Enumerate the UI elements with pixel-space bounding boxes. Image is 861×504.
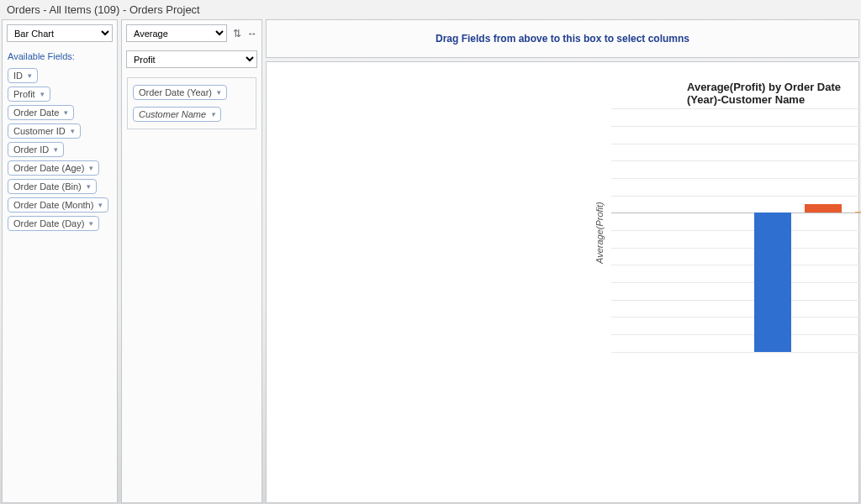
field-pill[interactable]: Order ID▾ [8, 142, 64, 157]
chevron-down-icon: ▾ [40, 90, 45, 98]
chart-plot [611, 104, 861, 356]
chevron-down-icon: ▾ [98, 201, 103, 209]
chevron-down-icon: ▾ [217, 88, 221, 97]
main-area: Drag Fields from above to this box to se… [266, 19, 859, 503]
available-fields-list: ID▾Profit▾Order Date▾Customer ID▾Order I… [3, 63, 117, 236]
expand-icon[interactable]: ↔ [246, 28, 258, 39]
window-title: Orders - All Items (109) - Orders Projec… [0, 0, 861, 19]
chevron-down-icon: ▾ [87, 182, 91, 191]
field-pill[interactable]: Order Date (Bin)▾ [8, 179, 97, 194]
swap-axes-icon[interactable]: ⇅ [231, 28, 243, 39]
chart-bar [805, 204, 842, 213]
chevron-down-icon: ▾ [28, 71, 32, 80]
chart-bar [855, 212, 861, 213]
left-panel: Bar Chart Available Fields: ID▾Profit▾Or… [2, 19, 118, 503]
chevron-down-icon: ▾ [71, 127, 75, 135]
chart-type-select[interactable]: Bar Chart [7, 24, 113, 42]
chart-title: Average(Profit) by Order Date (Year)-Cus… [687, 81, 858, 106]
config-panel: Average ⇅ ↔ Profit Order Date (Year)▾Cus… [121, 19, 262, 503]
aggregation-select[interactable]: Average [126, 24, 227, 42]
dimension-pill[interactable]: Order Date (Year)▾ [133, 85, 227, 100]
chevron-down-icon: ▾ [64, 108, 68, 117]
field-pill[interactable]: Order Date▾ [8, 105, 74, 120]
dimension-pill[interactable]: Customer Name▾ [133, 107, 221, 122]
chevron-down-icon: ▾ [89, 219, 93, 228]
field-pill[interactable]: Profit▾ [8, 87, 50, 102]
dimensions-dropzone[interactable]: Order Date (Year)▾Customer Name▾ [127, 77, 256, 129]
chart-bar [754, 213, 791, 352]
available-fields-label: Available Fields: [3, 46, 117, 63]
field-pill[interactable]: ID▾ [8, 68, 38, 83]
chevron-down-icon: ▾ [89, 164, 93, 172]
field-pill[interactable]: Order Date (Age)▾ [8, 160, 99, 176]
field-pill[interactable]: Order Date (Month)▾ [8, 197, 108, 213]
chevron-down-icon: ▾ [54, 145, 58, 154]
measure-select[interactable]: Profit [126, 50, 257, 68]
field-pill[interactable]: Customer ID▾ [8, 123, 81, 139]
columns-dropzone[interactable]: Drag Fields from above to this box to se… [266, 19, 859, 58]
chart-pane: Average(Profit) by Order Date (Year)-Cus… [266, 61, 859, 503]
chevron-down-icon: ▾ [211, 110, 215, 118]
field-pill[interactable]: Order Date (Day)▾ [8, 216, 99, 231]
y-axis-label: Average(Profit) [594, 202, 605, 264]
